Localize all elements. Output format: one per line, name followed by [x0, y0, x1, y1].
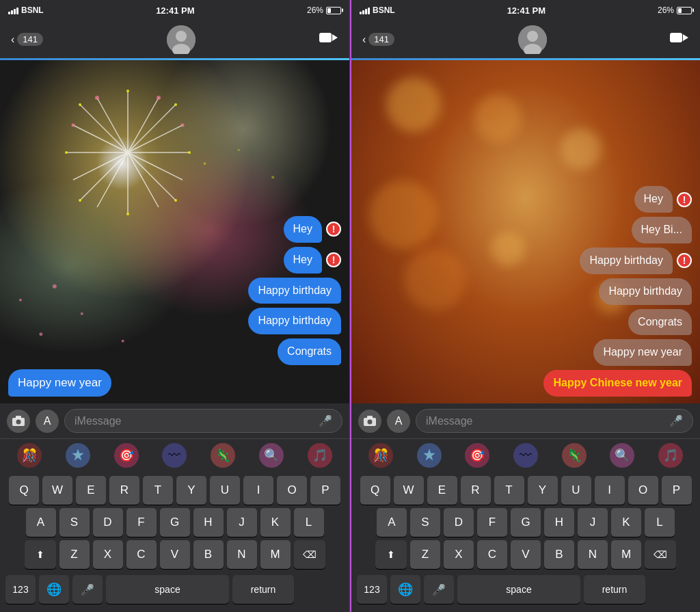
bokeh-5 — [474, 94, 522, 142]
key-m-left[interactable]: M — [260, 540, 291, 569]
key-p-left[interactable]: P — [310, 476, 340, 505]
app-icon-7-left[interactable]: 🎵 — [308, 443, 332, 468]
camera-button-right[interactable] — [358, 410, 381, 433]
key-o-right[interactable]: O — [628, 476, 658, 505]
key-m-right[interactable]: M — [611, 540, 641, 569]
key-r-left[interactable]: R — [109, 476, 139, 505]
app-icon-2-left[interactable] — [66, 443, 90, 468]
app-icon-7-right[interactable]: 🎵 — [658, 443, 683, 468]
key-emoji-left[interactable]: 🌐 — [39, 575, 69, 604]
key-delete-right[interactable]: ⌫ — [645, 540, 676, 569]
app-icon-2-right[interactable] — [417, 443, 442, 468]
key-s-right[interactable]: S — [410, 508, 440, 537]
key-delete-left[interactable]: ⌫ — [294, 540, 325, 569]
key-s-left[interactable]: S — [59, 508, 90, 537]
key-emoji-right[interactable]: 🌐 — [390, 575, 420, 604]
key-q-left[interactable]: Q — [9, 476, 39, 505]
key-123-left[interactable]: 123 — [5, 575, 36, 604]
key-f-left[interactable]: F — [126, 508, 157, 537]
app-icon-1-left[interactable]: 🎊 — [17, 443, 42, 468]
key-c-right[interactable]: C — [477, 540, 507, 569]
key-g-right[interactable]: G — [511, 508, 541, 537]
key-space-right[interactable]: space — [457, 575, 580, 604]
key-mic-left[interactable]: 🎤 — [72, 575, 103, 604]
key-a-left[interactable]: A — [26, 508, 56, 537]
key-c-left[interactable]: C — [126, 540, 157, 569]
key-g-left[interactable]: G — [160, 508, 190, 537]
avatar-left[interactable] — [167, 25, 196, 54]
key-u-left[interactable]: U — [210, 476, 240, 505]
app-icon-3-right[interactable]: 🎯 — [465, 443, 489, 468]
key-k-left[interactable]: K — [260, 508, 291, 537]
key-p-right[interactable]: P — [662, 476, 692, 505]
video-button-left[interactable] — [319, 31, 338, 48]
app-icon-4-right[interactable]: 〰 — [513, 443, 538, 468]
back-badge-right[interactable]: 141 — [368, 33, 394, 46]
key-w-right[interactable]: W — [394, 476, 424, 505]
msg-row-r-hny: Happy new year — [360, 339, 692, 366]
key-a-right[interactable]: A — [377, 508, 407, 537]
appstore-button-left[interactable]: A — [36, 410, 59, 433]
key-shift-right[interactable]: ⬆ — [375, 540, 407, 569]
key-l-right[interactable]: L — [645, 508, 675, 537]
key-z-left[interactable]: Z — [59, 540, 90, 569]
key-mic-right[interactable]: 🎤 — [424, 575, 454, 604]
key-o-left[interactable]: O — [277, 476, 307, 505]
key-j-right[interactable]: J — [578, 508, 608, 537]
key-v-right[interactable]: V — [511, 540, 541, 569]
key-d-right[interactable]: D — [444, 508, 474, 537]
bubble-congrats: Congrats — [278, 338, 341, 365]
app-icon-5-left[interactable]: 🦎 — [211, 443, 235, 468]
key-i-left[interactable]: I — [243, 476, 273, 505]
key-return-right[interactable]: return — [584, 575, 645, 604]
key-u-right[interactable]: U — [561, 476, 591, 505]
key-b-left[interactable]: B — [193, 540, 224, 569]
key-shift-left[interactable]: ⬆ — [25, 540, 56, 569]
key-q-right[interactable]: Q — [360, 476, 390, 505]
video-icon-right — [670, 31, 689, 44]
key-d-left[interactable]: D — [93, 508, 123, 537]
key-123-right[interactable]: 123 — [357, 575, 387, 604]
svg-point-51 — [368, 420, 373, 425]
key-r-right[interactable]: R — [461, 476, 491, 505]
key-n-right[interactable]: N — [578, 540, 608, 569]
key-n-left[interactable]: N — [227, 540, 257, 569]
key-i-right[interactable]: I — [595, 476, 625, 505]
key-w-left[interactable]: W — [42, 476, 72, 505]
key-h-left[interactable]: H — [193, 508, 224, 537]
imessage-input-right[interactable]: iMessage 🎤 — [416, 409, 693, 433]
camera-button-left[interactable] — [7, 410, 30, 433]
key-y-left[interactable]: Y — [176, 476, 206, 505]
key-e-right[interactable]: E — [427, 476, 457, 505]
video-button-right[interactable] — [670, 31, 689, 48]
appstore-button-right[interactable]: A — [387, 410, 410, 433]
key-v-left[interactable]: V — [160, 540, 190, 569]
app-icon-5-right[interactable]: 🦎 — [562, 443, 587, 468]
msg-row-hny: Happy new year — [8, 369, 341, 397]
key-h-right[interactable]: H — [544, 508, 574, 537]
key-j-left[interactable]: J — [227, 508, 257, 537]
key-y-right[interactable]: Y — [528, 476, 558, 505]
key-z-right[interactable]: Z — [410, 540, 440, 569]
key-e-left[interactable]: E — [76, 476, 106, 505]
back-button-right[interactable]: ‹ 141 — [362, 33, 394, 46]
app-icon-1-right[interactable]: 🎊 — [368, 443, 393, 468]
key-b-right[interactable]: B — [544, 540, 574, 569]
app-icon-3-left[interactable]: 🎯 — [114, 443, 139, 468]
key-space-left[interactable]: space — [106, 575, 229, 604]
avatar-right[interactable] — [518, 25, 547, 54]
key-k-right[interactable]: K — [611, 508, 641, 537]
key-t-right[interactable]: T — [494, 476, 524, 505]
back-badge-left[interactable]: 141 — [17, 33, 43, 46]
app-icon-6-right[interactable]: 🔍 — [610, 443, 634, 468]
app-icon-6-left[interactable]: 🔍 — [259, 443, 284, 468]
key-t-left[interactable]: T — [143, 476, 173, 505]
back-button-left[interactable]: ‹ 141 — [11, 33, 43, 46]
key-f-right[interactable]: F — [477, 508, 507, 537]
key-x-left[interactable]: X — [93, 540, 123, 569]
key-x-right[interactable]: X — [444, 540, 474, 569]
key-return-left[interactable]: return — [232, 575, 294, 604]
key-l-left[interactable]: L — [294, 508, 324, 537]
app-icon-4-left[interactable]: 〰 — [162, 443, 187, 468]
imessage-input-left[interactable]: iMessage 🎤 — [64, 409, 342, 433]
